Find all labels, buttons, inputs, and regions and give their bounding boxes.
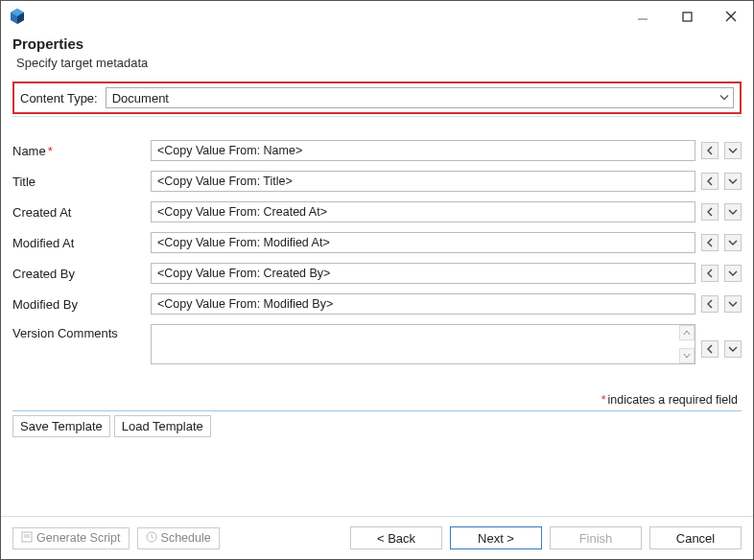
scroll-up-icon[interactable] <box>679 325 695 340</box>
close-button[interactable] <box>709 1 753 32</box>
window-controls <box>621 1 753 32</box>
content-type-label: Content Type: <box>20 91 98 105</box>
back-button[interactable]: < Back <box>350 526 442 549</box>
scroll-down-icon[interactable] <box>679 348 695 363</box>
fields-grid: Name*<Copy Value From: Name>Title<Copy V… <box>12 140 742 364</box>
minimize-button[interactable] <box>621 1 665 32</box>
chevron-down-icon[interactable] <box>724 173 742 190</box>
field-label: Modified At <box>12 236 147 250</box>
next-button[interactable]: Next > <box>450 526 542 549</box>
app-logo-icon <box>9 8 26 25</box>
dialog-window: Properties Specify target metadata Conte… <box>0 0 754 560</box>
chevron-left-icon[interactable] <box>701 203 719 221</box>
textarea-scrollbar[interactable] <box>679 325 695 363</box>
chevron-left-icon[interactable] <box>701 173 719 190</box>
required-note: *indicates a required field <box>12 393 738 407</box>
content-type-select[interactable]: Document <box>106 87 734 108</box>
chevron-left-icon[interactable] <box>701 265 719 282</box>
nav-buttons: < Back Next > Finish Cancel <box>350 526 742 549</box>
chevron-left-icon[interactable] <box>701 340 719 358</box>
template-buttons: Save Template Load Template <box>12 415 742 437</box>
separator <box>12 116 742 117</box>
clock-icon <box>146 531 157 546</box>
field-label: Created By <box>12 267 147 281</box>
save-template-button[interactable]: Save Template <box>12 415 110 437</box>
generate-script-button[interactable]: Generate Script <box>12 527 130 549</box>
chevron-down-icon[interactable] <box>724 203 742 221</box>
chevron-down-icon[interactable] <box>724 234 742 251</box>
finish-button: Finish <box>550 526 642 549</box>
footer: Generate Script Schedule < Back Next > F… <box>1 516 753 559</box>
field-input[interactable]: <Copy Value From: Name> <box>151 140 695 161</box>
field-label: Name* <box>12 144 147 158</box>
content: Content Type: Document Name*<Copy Value … <box>1 82 753 516</box>
load-template-button[interactable]: Load Template <box>114 415 211 437</box>
field-input[interactable]: <Copy Value From: Modified At> <box>151 232 695 253</box>
chevron-left-icon[interactable] <box>701 234 719 251</box>
chevron-down-icon[interactable] <box>724 142 742 159</box>
svg-line-12 <box>152 537 153 538</box>
header: Properties Specify target metadata <box>1 32 753 82</box>
field-input[interactable]: <Copy Value From: Created At> <box>151 201 695 222</box>
content-type-row: Content Type: Document <box>12 82 742 114</box>
svg-rect-4 <box>683 12 692 21</box>
chevron-down-icon[interactable] <box>724 265 742 282</box>
field-label: Version Comments <box>12 324 147 340</box>
field-textarea[interactable] <box>151 324 695 364</box>
separator <box>12 410 742 411</box>
chevron-down-icon[interactable] <box>724 340 742 358</box>
maximize-button[interactable] <box>665 1 709 32</box>
field-label: Modified By <box>12 297 147 312</box>
chevron-down-icon <box>719 91 729 105</box>
field-label: Title <box>12 175 147 189</box>
field-input[interactable]: <Copy Value From: Created By> <box>151 263 695 284</box>
chevron-left-icon[interactable] <box>701 142 719 159</box>
script-icon <box>21 531 33 546</box>
asterisk-icon: * <box>601 393 606 407</box>
titlebar <box>1 1 753 32</box>
page-title: Properties <box>12 35 742 52</box>
content-type-value: Document <box>112 91 169 105</box>
field-label: Created At <box>12 205 147 220</box>
field-input[interactable]: <Copy Value From: Modified By> <box>151 293 695 315</box>
asterisk-icon: * <box>48 144 53 158</box>
cancel-button[interactable]: Cancel <box>649 526 742 549</box>
chevron-down-icon[interactable] <box>724 295 742 313</box>
chevron-left-icon[interactable] <box>701 295 719 313</box>
field-input[interactable]: <Copy Value From: Title> <box>151 171 695 192</box>
schedule-button[interactable]: Schedule <box>137 527 220 549</box>
page-subtitle: Specify target metadata <box>16 56 742 70</box>
